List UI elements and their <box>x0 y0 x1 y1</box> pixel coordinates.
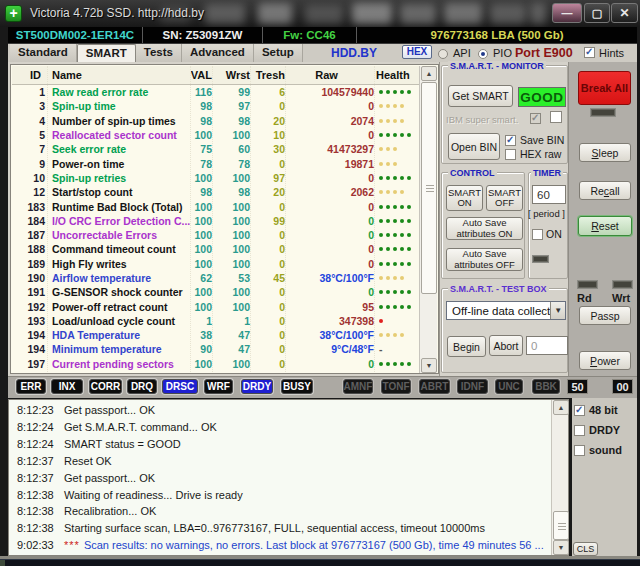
save-bin-checkbox[interactable] <box>505 135 516 146</box>
column-header-health[interactable]: Health <box>374 69 419 81</box>
hints-checkbox[interactable] <box>584 47 595 58</box>
tab-tests[interactable]: Tests <box>136 44 182 62</box>
log-scroll-up-icon[interactable]: ▲ <box>553 400 569 415</box>
smart-attribute-row[interactable]: 12Start/stop count9898202062 <box>12 185 419 199</box>
48-bit-checkbox[interactable] <box>574 405 585 416</box>
read-led-label: Rd <box>577 292 592 304</box>
smart-attribute-row[interactable]: 184I/O CRC Error Detection C...100100990 <box>12 214 419 228</box>
minimize-button[interactable]: — <box>552 3 582 23</box>
smart-attribute-row[interactable]: 190Airflow temperature62534538°C/100°F <box>12 271 419 285</box>
status-flag-drq[interactable]: DRQ <box>127 379 157 394</box>
log-scrollbar[interactable]: ▲ ▼ <box>551 400 568 555</box>
window-title: Victoria 4.72b SSD. http://hdd.by <box>30 6 204 20</box>
test-select[interactable]: Off-line data collect ▼ <box>446 301 566 320</box>
maximize-button[interactable]: ▢ <box>584 3 610 23</box>
smart-attribute-row[interactable]: 9Power-on time7878019871 <box>12 156 419 170</box>
smart-attribute-row[interactable]: 10Spin-up retries100100970 <box>12 171 419 185</box>
smart-attribute-row[interactable]: 189High Fly writes10010000 <box>12 257 419 271</box>
auto-save-off-button[interactable]: Auto Save attributes OFF <box>446 248 523 271</box>
monitor-extra-checkbox[interactable] <box>550 111 562 123</box>
column-header-id[interactable]: ID <box>12 69 46 81</box>
smart-table-header: IDNameVALWrstTreshRawHealth <box>12 66 419 85</box>
scroll-up-icon[interactable]: ▲ <box>421 66 437 81</box>
smart-attribute-row[interactable]: 194Minimum temperature904709°C/48°F- <box>12 342 419 356</box>
break-all-button[interactable]: Break All <box>578 71 631 105</box>
table-scrollbar-thumb[interactable] <box>421 82 437 294</box>
status-flag-abrt[interactable]: ABRT <box>419 379 450 394</box>
smart-attribute-row[interactable]: 5Reallocated sector count100100100 <box>12 128 419 142</box>
health-indicator <box>374 147 419 151</box>
status-flag-wrf[interactable]: WRF <box>204 379 233 394</box>
test-count-field[interactable]: 0 <box>526 336 568 355</box>
cls-button[interactable]: CLS <box>573 542 598 556</box>
smart-on-button[interactable]: SMART ON <box>446 185 483 211</box>
hex-button[interactable]: HEX <box>402 45 432 59</box>
column-header-raw[interactable]: Raw <box>285 69 374 81</box>
api-radio[interactable] <box>438 49 448 59</box>
smart-attribute-row[interactable]: 187Uncorrectable Errors10010000 <box>12 228 419 242</box>
tab-standard[interactable]: Standard <box>10 44 77 62</box>
smart-attribute-row[interactable]: 197Current pending sectors10010000 <box>12 357 419 371</box>
status-flag-busy[interactable]: BUSY <box>281 379 313 394</box>
chevron-down-icon[interactable]: ▼ <box>550 302 565 319</box>
column-header-name[interactable]: Name <box>46 69 190 81</box>
smart-attribute-row[interactable]: 183Runtime Bad Block (Total)10010000 <box>12 199 419 213</box>
column-header-val[interactable]: VAL <box>190 69 212 81</box>
timer-value-field[interactable]: 60 <box>532 185 566 204</box>
get-smart-button[interactable]: Get SMART <box>448 85 513 107</box>
power-button[interactable]: Power <box>579 351 631 370</box>
smart-attribute-row[interactable]: 4Number of spin-up times9898202074 <box>12 114 419 128</box>
smart-off-button[interactable]: SMART OFF <box>486 185 523 211</box>
smart-attribute-row[interactable]: 1Raw read error rate116996104579440 <box>12 85 419 99</box>
log-line: 8:12:37Reset OK <box>9 455 549 471</box>
status-flag-idnf[interactable]: IDNF <box>457 379 488 394</box>
timer-on-label: ON <box>546 228 562 240</box>
hints-label: Hints <box>599 47 624 59</box>
smart-attribute-row[interactable]: 192Power-off retract count100100095 <box>12 299 419 313</box>
status-flag-bbk[interactable]: BBK <box>532 379 560 394</box>
write-led-label: Wrt <box>612 292 630 304</box>
status-flag-corr[interactable]: CORR <box>89 379 122 394</box>
column-header-wrst[interactable]: Wrst <box>212 69 250 81</box>
timer-on-checkbox[interactable] <box>532 229 543 240</box>
auto-save-on-button[interactable]: Auto Save attributes ON <box>446 217 523 240</box>
sleep-button[interactable]: Sleep <box>579 143 631 162</box>
taskbar <box>0 559 640 566</box>
status-flag-amnf[interactable]: AMNF <box>343 379 373 394</box>
smart-attribute-row[interactable]: 191G-SENSOR shock counter10010000 <box>12 285 419 299</box>
table-scrollbar[interactable]: ▲ ▼ <box>419 66 437 373</box>
register-value-1: 00 <box>612 379 633 394</box>
passport-button[interactable]: Passp <box>579 306 631 325</box>
log-scrollbar-thumb[interactable] <box>553 511 569 540</box>
pio-radio[interactable] <box>478 49 488 59</box>
health-indicator <box>374 219 419 223</box>
log-scroll-down-icon[interactable]: ▼ <box>553 540 569 555</box>
close-button[interactable]: ✕ <box>611 3 638 23</box>
reset-button[interactable]: Reset <box>578 216 632 236</box>
smart-attribute-row[interactable]: 188Command timeout count10010000 <box>12 242 419 256</box>
abort-button[interactable]: Abort <box>489 335 523 356</box>
tab-setup[interactable]: Setup <box>254 44 303 62</box>
open-bin-button[interactable]: Open BIN <box>448 133 500 160</box>
status-flag-err[interactable]: ERR <box>16 379 46 394</box>
drdy-label: DRDY <box>589 424 620 436</box>
sound-checkbox[interactable] <box>574 445 585 456</box>
status-flag-drdy[interactable]: DRDY <box>241 379 273 394</box>
status-flag-inx[interactable]: INX <box>51 379 83 394</box>
smart-attribute-row[interactable]: 194HDA Temperature3847038°C/100°F <box>12 328 419 342</box>
hex-raw-checkbox[interactable] <box>505 149 516 160</box>
status-flag-unc[interactable]: UNC <box>495 379 523 394</box>
status-flag-tonf[interactable]: TONF <box>381 379 411 394</box>
scroll-down-icon[interactable]: ▼ <box>421 358 437 373</box>
smart-attribute-row[interactable]: 7Seek error rate75603041473297 <box>12 142 419 156</box>
drdy-checkbox[interactable] <box>574 425 585 436</box>
recall-button[interactable]: Recall <box>579 181 631 200</box>
smart-attribute-row[interactable]: 3Spin-up time989700 <box>12 99 419 113</box>
status-flag-drsc[interactable]: DRSC <box>162 379 198 394</box>
tab-smart[interactable]: SMART <box>77 44 136 62</box>
smart-attribute-row[interactable]: 193Load/unload cycle count110347398 <box>12 314 419 328</box>
begin-button[interactable]: Begin <box>447 336 486 357</box>
column-header-tresh[interactable]: Tresh <box>250 69 285 81</box>
sound-label: sound <box>589 444 622 456</box>
tab-advanced[interactable]: Advanced <box>182 44 254 62</box>
